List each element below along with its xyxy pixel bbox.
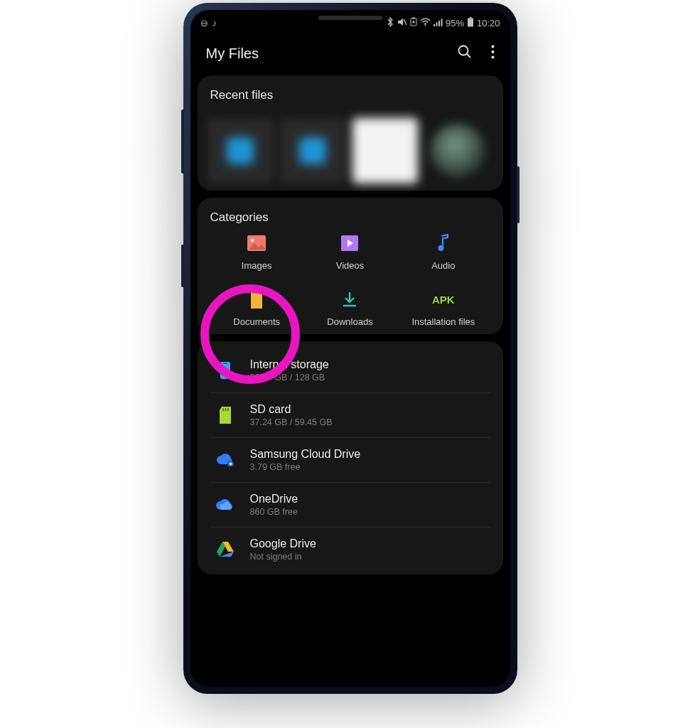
storage-sub: 860 GB free bbox=[250, 507, 298, 517]
svg-point-3 bbox=[425, 24, 426, 26]
googledrive-icon bbox=[213, 542, 237, 557]
svg-point-18 bbox=[438, 245, 443, 251]
storage-samsung-cloud[interactable]: Samsung Cloud Drive 3.79 GB free bbox=[210, 438, 490, 483]
storage-onedrive[interactable]: OneDrive 860 GB free bbox=[210, 483, 490, 528]
status-bar: ⊖ ♪ 95% bbox=[190, 10, 510, 36]
storage-name: OneDrive bbox=[250, 493, 298, 505]
svg-line-0 bbox=[404, 19, 406, 25]
svg-line-11 bbox=[467, 54, 470, 58]
svg-rect-24 bbox=[227, 408, 229, 411]
storage-google-drive[interactable]: Google Drive Not signed in bbox=[210, 528, 490, 572]
svg-point-10 bbox=[458, 46, 468, 55]
storage-name: Google Drive bbox=[250, 537, 316, 550]
samsung-cloud-icon bbox=[213, 453, 237, 467]
battery-percent: 95% bbox=[446, 18, 464, 28]
storage-sub: 96.14 GB / 128 GB bbox=[250, 373, 329, 382]
bluetooth-icon bbox=[386, 17, 394, 29]
recent-files-title: Recent files bbox=[210, 88, 490, 102]
category-label: Installation files bbox=[411, 316, 475, 327]
dnd-icon: ⊖ bbox=[200, 18, 208, 28]
category-label: Videos bbox=[336, 260, 365, 271]
categories-card: Categories Images Videos bbox=[198, 198, 503, 334]
category-label: Documents bbox=[233, 316, 280, 327]
svg-rect-23 bbox=[225, 408, 226, 411]
sdcard-icon bbox=[213, 407, 237, 424]
svg-rect-4 bbox=[434, 24, 435, 26]
svg-rect-21 bbox=[222, 363, 227, 364]
image-icon bbox=[247, 233, 266, 253]
category-videos[interactable]: Videos bbox=[303, 233, 397, 271]
category-documents[interactable]: Documents bbox=[210, 289, 303, 327]
apk-icon: APK bbox=[434, 289, 453, 309]
svg-point-13 bbox=[491, 50, 494, 53]
recent-files-card[interactable]: Recent files bbox=[198, 75, 503, 191]
svg-rect-22 bbox=[222, 408, 224, 411]
onedrive-icon bbox=[213, 498, 237, 511]
audio-icon bbox=[434, 233, 453, 253]
category-label: Images bbox=[242, 260, 272, 271]
svg-point-16 bbox=[251, 239, 254, 242]
mute-icon bbox=[397, 18, 407, 28]
storage-name: Internal storage bbox=[250, 358, 329, 371]
wifi-icon bbox=[420, 18, 431, 28]
category-label: Audio bbox=[431, 260, 455, 271]
storage-card: Internal storage 96.14 GB / 128 GB SD ca… bbox=[198, 341, 503, 574]
svg-rect-2 bbox=[412, 18, 415, 19]
app-header: My Files bbox=[190, 36, 510, 73]
clock: 10:20 bbox=[477, 18, 500, 28]
download-icon bbox=[340, 289, 360, 309]
svg-point-12 bbox=[491, 46, 494, 48]
music-icon: ♪ bbox=[212, 18, 217, 28]
storage-name: Samsung Cloud Drive bbox=[250, 448, 361, 461]
document-icon bbox=[247, 289, 266, 309]
svg-rect-8 bbox=[469, 17, 471, 18]
video-icon bbox=[340, 233, 360, 253]
category-images[interactable]: Images bbox=[210, 233, 303, 271]
storage-sub: Not signed in bbox=[250, 552, 316, 562]
phone-storage-icon bbox=[213, 361, 237, 380]
svg-rect-5 bbox=[436, 22, 437, 26]
page-title: My Files bbox=[206, 46, 259, 62]
categories-title: Categories bbox=[210, 210, 490, 225]
category-label: Downloads bbox=[327, 316, 372, 327]
svg-rect-6 bbox=[438, 21, 440, 26]
signal-icon bbox=[434, 18, 443, 28]
svg-rect-9 bbox=[468, 18, 473, 26]
battery-saver-icon bbox=[410, 17, 417, 28]
storage-sdcard[interactable]: SD card 37.24 GB / 59.45 GB bbox=[210, 393, 490, 438]
category-installation-files[interactable]: APK Installation files bbox=[397, 289, 490, 327]
storage-name: SD card bbox=[250, 403, 333, 416]
category-audio[interactable]: Audio bbox=[397, 233, 490, 271]
storage-internal[interactable]: Internal storage 96.14 GB / 128 GB bbox=[210, 348, 490, 393]
category-downloads[interactable]: Downloads bbox=[303, 289, 397, 327]
svg-rect-20 bbox=[220, 362, 230, 379]
svg-rect-7 bbox=[441, 18, 442, 26]
storage-sub: 3.79 GB free bbox=[250, 462, 361, 472]
battery-icon bbox=[467, 17, 474, 29]
recent-files-strip bbox=[198, 111, 503, 191]
more-icon[interactable] bbox=[491, 45, 495, 62]
storage-sub: 37.24 GB / 59.45 GB bbox=[250, 417, 333, 427]
svg-point-14 bbox=[491, 56, 494, 59]
search-icon[interactable] bbox=[457, 44, 473, 63]
